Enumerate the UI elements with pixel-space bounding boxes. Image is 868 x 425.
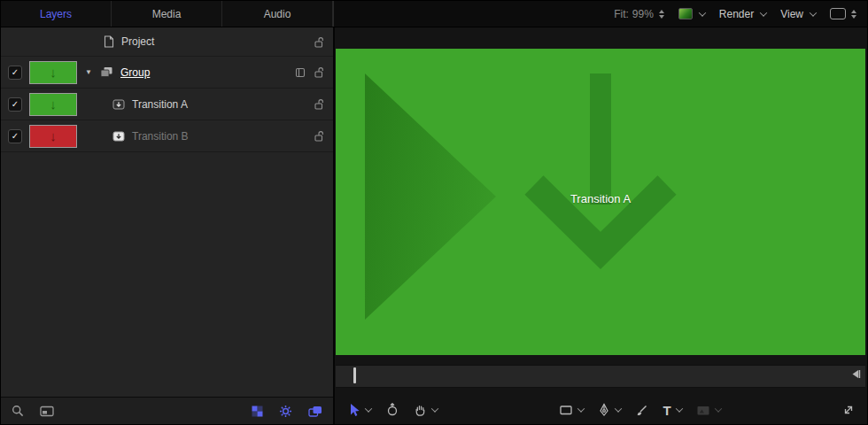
view-menu-label: View [780, 8, 803, 20]
timeline-scrubber[interactable] [336, 365, 865, 388]
view-menu[interactable]: View [780, 8, 816, 20]
media-layer-icon [112, 131, 125, 142]
select-tool[interactable] [347, 403, 371, 417]
down-arrow-icon: ↓ [50, 128, 57, 143]
render-menu[interactable]: Render [719, 8, 766, 20]
chevron-down-icon [714, 405, 721, 412]
check-icon: ✓ [12, 132, 19, 141]
tab-audio[interactable]: Audio [222, 1, 333, 27]
preview-pane-icon[interactable] [40, 406, 54, 417]
main-area: Project ✓ ↓ ▼ Group [1, 27, 867, 424]
disclosure-triangle-icon[interactable]: ▼ [84, 68, 93, 76]
canvas[interactable]: Transition A [336, 49, 865, 355]
search-icon[interactable] [12, 405, 24, 417]
tab-media[interactable]: Media [112, 1, 222, 27]
bezier-tool[interactable] [598, 403, 621, 417]
motion-app-window: Layers Media Audio Fit: 99% Render [0, 0, 868, 425]
wipe-triangle-graphic [365, 73, 496, 320]
render-menu-label: Render [719, 8, 754, 20]
expand-canvas-icon[interactable] [842, 404, 855, 416]
project-label: Project [121, 35, 154, 48]
canvas-toolbar: T [335, 396, 867, 424]
layer-row-project[interactable]: Project [1, 27, 333, 57]
visibility-checkbox[interactable]: ✓ [8, 66, 22, 80]
check-icon: ✓ [12, 68, 19, 77]
text-tool-icon: T [663, 404, 670, 417]
zoom-control[interactable]: Fit: 99% [614, 8, 664, 20]
display-stepper-icon [851, 10, 856, 19]
layer-list: Project ✓ ↓ ▼ Group [1, 27, 333, 397]
mini-timeline[interactable] [335, 355, 865, 396]
layer-label: Group [120, 66, 150, 79]
transform-tool[interactable] [385, 403, 399, 417]
layer-thumbnail[interactable]: ↓ [29, 93, 77, 116]
rectangle-tool[interactable] [559, 404, 584, 416]
layer-label: Transition B [132, 130, 189, 143]
background-color-control[interactable] [678, 8, 705, 19]
canvas-layer-text: Transition A [570, 192, 631, 205]
media-layer-icon [112, 99, 125, 110]
panel-tab-bar: Layers Media Audio [1, 1, 334, 27]
down-arrow-icon: ↓ [50, 65, 57, 80]
tab-media-label: Media [152, 8, 182, 20]
canvas-controls: Fit: 99% Render View [334, 1, 867, 27]
chevron-down-icon [431, 405, 438, 412]
tab-layers[interactable]: Layers [1, 1, 112, 27]
text-tool[interactable]: T [663, 404, 681, 417]
visibility-checkbox[interactable]: ✓ [8, 97, 22, 112]
unlock-icon[interactable] [314, 98, 324, 110]
paint-stroke-tool[interactable] [635, 404, 648, 417]
screens-icon[interactable] [308, 406, 322, 417]
check-icon: ✓ [12, 100, 19, 109]
layer-row-transition-b[interactable]: ✓ ↓ Transition B [1, 120, 333, 152]
layer-thumbnail[interactable]: ↓ [29, 61, 77, 84]
color-swatch-icon [678, 8, 693, 19]
chevron-down-icon [615, 405, 622, 412]
tab-audio-label: Audio [264, 8, 291, 20]
display-icon [830, 8, 846, 19]
layer-row-group[interactable]: ✓ ↓ ▼ Group [1, 57, 333, 89]
checkerboard-icon[interactable] [252, 406, 263, 417]
chevron-down-icon [810, 9, 817, 16]
layer-thumbnail[interactable]: ↓ [29, 125, 77, 148]
document-icon [104, 35, 114, 48]
frame-tool[interactable] [696, 405, 721, 416]
hand-tool[interactable] [414, 404, 438, 417]
playhead[interactable] [353, 367, 356, 383]
layer-label: Transition A [132, 98, 188, 111]
down-arrow-icon: ↓ [50, 97, 57, 112]
layer-row-transition-a[interactable]: ✓ ↓ Transition A [1, 89, 333, 120]
go-to-end-icon[interactable] [851, 368, 861, 380]
chevron-down-icon [577, 405, 585, 412]
fit-label: Fit: [614, 8, 629, 20]
tab-layers-label: Layers [40, 8, 72, 20]
group-icon [100, 66, 113, 78]
chevron-down-icon [699, 9, 706, 16]
layer-badge-icon[interactable] [295, 67, 306, 78]
chevron-down-icon [365, 405, 372, 412]
top-bar: Layers Media Audio Fit: 99% Render [1, 1, 867, 27]
unlock-icon[interactable] [314, 36, 324, 48]
canvas-area: Transition A [335, 27, 867, 424]
chevron-down-icon [675, 405, 682, 412]
layers-panel: Project ✓ ↓ ▼ Group [1, 27, 335, 424]
unlock-icon[interactable] [314, 130, 324, 142]
down-arrow-graphic [516, 73, 685, 277]
chevron-down-icon [760, 9, 767, 16]
zoom-value: 99% [632, 8, 654, 20]
visibility-checkbox[interactable]: ✓ [8, 129, 22, 143]
display-selector[interactable] [830, 8, 856, 19]
layers-footer-bar [1, 397, 333, 424]
zoom-stepper-icon[interactable] [659, 10, 664, 19]
gear-icon[interactable] [279, 405, 292, 418]
unlock-icon[interactable] [314, 66, 324, 78]
